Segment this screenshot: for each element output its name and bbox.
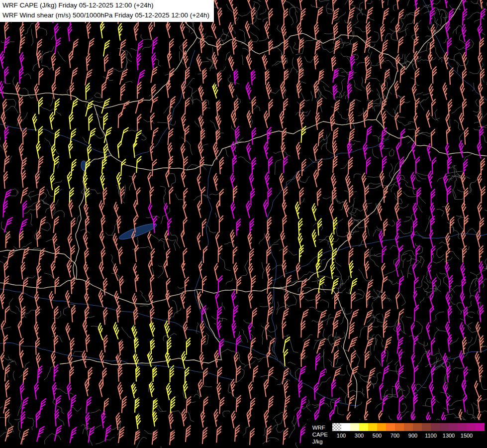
- legend-swatch: [458, 423, 467, 431]
- legend-swatch: [422, 423, 431, 431]
- legend-parameter-label: WRF CAPE J/kg: [312, 423, 328, 445]
- legend-swatch: [476, 423, 485, 431]
- legend-tick-label: 900: [408, 433, 417, 439]
- legend-colorbar: 100300500700900110013001500: [332, 423, 485, 440]
- legend-swatch: [395, 423, 404, 431]
- legend-swatch: [386, 423, 395, 431]
- legend-model-label: WRF: [312, 424, 328, 431]
- legend-unit-label: J/kg: [312, 438, 328, 445]
- legend-swatch-row: [332, 423, 485, 431]
- legend-swatch: [359, 423, 368, 431]
- legend-tick-label: 1100: [425, 433, 437, 439]
- weather-map-canvas: [0, 0, 487, 448]
- legend-swatch: [404, 423, 413, 431]
- legend-swatch: [431, 423, 440, 431]
- legend-tick-label: 700: [390, 433, 399, 439]
- legend-tick-label: 1500: [461, 433, 473, 439]
- title-line-shear: WRF Wind shear (m/s) 500/1000hPa Friday …: [2, 10, 209, 20]
- legend-tick-label: 500: [373, 433, 382, 439]
- legend-tick-labels: 100300500700900110013001500: [332, 433, 485, 440]
- legend-param-label: CAPE: [312, 431, 328, 438]
- legend-swatch: [467, 423, 476, 431]
- legend-tick-label: 300: [355, 433, 364, 439]
- legend-swatch: [449, 423, 458, 431]
- map-title-box: WRF CAPE (J/kg) Friday 05-12-2025 12:00 …: [0, 0, 214, 22]
- legend-tick-label: 100: [337, 433, 346, 439]
- legend-swatch: [350, 423, 359, 431]
- cape-legend: WRF CAPE J/kg 10030050070090011001300150…: [306, 420, 487, 448]
- legend-swatch: [377, 423, 386, 431]
- legend-swatch: [341, 423, 350, 431]
- legend-swatch: [368, 423, 377, 431]
- legend-swatch: [413, 423, 422, 431]
- title-line-cape: WRF CAPE (J/kg) Friday 05-12-2025 12:00 …: [2, 0, 209, 10]
- legend-swatch: [332, 423, 341, 431]
- weather-map: WRF CAPE (J/kg) Friday 05-12-2025 12:00 …: [0, 0, 487, 448]
- legend-swatch: [440, 423, 449, 431]
- legend-tick-label: 1300: [443, 433, 455, 439]
